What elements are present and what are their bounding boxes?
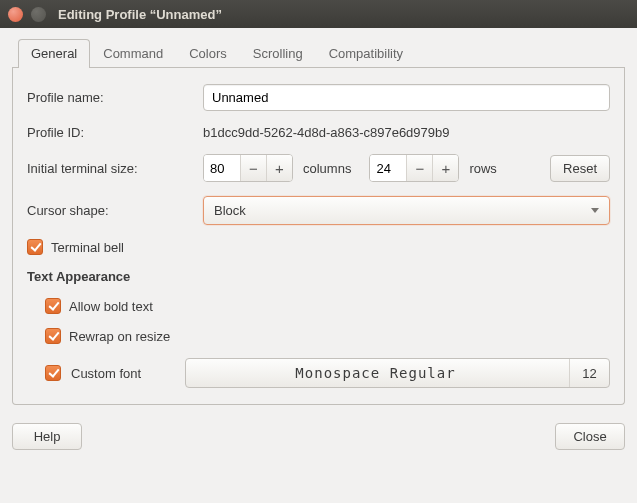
allow-bold-checkbox[interactable] — [45, 298, 61, 314]
font-size: 12 — [569, 359, 609, 387]
columns-decrement[interactable]: − — [240, 155, 266, 181]
close-button[interactable]: Close — [555, 423, 625, 450]
tab-general[interactable]: General — [18, 39, 90, 68]
tab-panel-general: Profile name: Profile ID: b1dcc9dd-5262-… — [12, 68, 625, 405]
tab-scrolling[interactable]: Scrolling — [240, 39, 316, 68]
profile-id-value: b1dcc9dd-5262-4d8d-a863-c897e6d979b9 — [203, 125, 450, 140]
cursor-shape-select[interactable]: Block — [203, 196, 610, 225]
tab-compatibility[interactable]: Compatibility — [316, 39, 416, 68]
rewrap-checkbox[interactable] — [45, 328, 61, 344]
help-button[interactable]: Help — [12, 423, 82, 450]
window-titlebar: Editing Profile “Unnamed” — [0, 0, 637, 28]
window-close-button[interactable] — [8, 7, 23, 22]
rows-increment[interactable]: + — [432, 155, 458, 181]
rows-input[interactable] — [370, 155, 406, 181]
profile-name-label: Profile name: — [27, 90, 203, 105]
allow-bold-label: Allow bold text — [69, 299, 153, 314]
terminal-bell-checkbox[interactable] — [27, 239, 43, 255]
font-chooser-button[interactable]: Monospace Regular 12 — [185, 358, 610, 388]
profile-id-label: Profile ID: — [27, 125, 203, 140]
terminal-bell-label: Terminal bell — [51, 240, 124, 255]
rows-decrement[interactable]: − — [406, 155, 432, 181]
cursor-shape-label: Cursor shape: — [27, 203, 203, 218]
custom-font-label: Custom font — [71, 366, 175, 381]
tab-colors[interactable]: Colors — [176, 39, 240, 68]
custom-font-checkbox[interactable] — [45, 365, 61, 381]
window-minimize-button[interactable] — [31, 7, 46, 22]
rewrap-label: Rewrap on resize — [69, 329, 170, 344]
columns-label: columns — [303, 161, 351, 176]
columns-input[interactable] — [204, 155, 240, 181]
columns-increment[interactable]: + — [266, 155, 292, 181]
columns-spinner[interactable]: − + — [203, 154, 293, 182]
font-name: Monospace Regular — [295, 365, 455, 381]
profile-name-input[interactable] — [203, 84, 610, 111]
rows-spinner[interactable]: − + — [369, 154, 459, 182]
reset-button[interactable]: Reset — [550, 155, 610, 182]
tab-bar: General Command Colors Scrolling Compati… — [12, 38, 625, 68]
rows-label: rows — [469, 161, 496, 176]
dialog-footer: Help Close — [0, 413, 637, 462]
terminal-size-label: Initial terminal size: — [27, 161, 203, 176]
text-appearance-heading: Text Appearance — [27, 269, 610, 284]
chevron-down-icon — [591, 208, 599, 213]
window-title: Editing Profile “Unnamed” — [58, 7, 222, 22]
cursor-shape-value: Block — [214, 203, 246, 218]
tab-command[interactable]: Command — [90, 39, 176, 68]
